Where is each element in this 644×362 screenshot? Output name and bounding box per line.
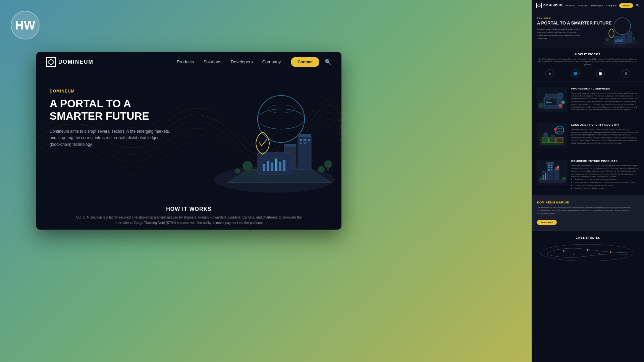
how-it-works-description: Our CTN solution is a highly secured one… [75, 215, 303, 226]
rp-future-products: DOMINEUM FUTURE PRODUCTS Domineum primar… [532, 154, 644, 195]
rp-hiw-icon-2: 🌐 [571, 69, 580, 78]
rp-prof-services-title: PROFESSIONAL SERVICES [571, 87, 639, 90]
svg-rect-14 [304, 142, 306, 144]
svg-point-89 [610, 251, 611, 253]
feature-icons-row: ⊕ 🌐 📋 ⊞ [36, 229, 341, 230]
svg-rect-21 [271, 163, 273, 171]
svg-rect-36 [627, 31, 632, 43]
rp-nav-solutions[interactable]: Solutions [578, 4, 588, 7]
rp-future-products-title: DOMINEUM FUTURE PRODUCTS [571, 160, 639, 163]
svg-rect-77 [554, 169, 559, 181]
main-browser-window: DOMINEUM Products Solutions Developers C… [36, 52, 341, 230]
search-icon[interactable]: 🔍 [325, 59, 331, 65]
svg-rect-73 [548, 167, 550, 168]
svg-point-5 [258, 96, 305, 142]
nav-company[interactable]: Company [262, 59, 281, 64]
svg-point-44 [633, 37, 635, 40]
brand-name: DOMINEUM [58, 59, 94, 65]
nav-links: Products Solutions Developers Company [177, 59, 281, 64]
svg-point-56 [538, 103, 544, 108]
svg-rect-23 [279, 162, 281, 171]
rp-future-list-item-2: Global citizenship application, reportin… [575, 181, 639, 184]
rp-hiw-circle-3: 📋 [596, 69, 605, 78]
rp-prof-services-content: PROFESSIONAL SERVICES Some of our soluti… [571, 87, 639, 111]
rp-land-registry-desc: Domineum delivers bespoke products and s… [571, 128, 639, 145]
svg-rect-61 [544, 134, 548, 138]
rp-future-products-content: DOMINEUM FUTURE PRODUCTS Domineum primar… [571, 160, 639, 190]
svg-point-67 [554, 128, 557, 131]
left-brand-logo: HW [10, 10, 40, 40]
rp-hiw-description: Our CTN solution is a highly secured one… [537, 58, 639, 66]
svg-rect-24 [283, 160, 285, 171]
rp-nav-developers[interactable]: Developers [591, 4, 603, 7]
nav-developers[interactable]: Developers [231, 59, 253, 64]
svg-marker-62 [544, 132, 548, 134]
rp-nav-products[interactable]: Products [566, 4, 575, 7]
svg-rect-74 [551, 167, 552, 168]
rp-how-it-works: HOW IT WORKS Our CTN solution is a highl… [532, 48, 644, 82]
rp-nav-links: Products Solutions Developers Company [566, 4, 616, 7]
nav-products[interactable]: Products [177, 59, 194, 64]
rp-future-list-item-3: Collaboration tools and indexed security… [575, 184, 639, 187]
svg-rect-85 [545, 173, 546, 180]
brand-logo[interactable]: DOMINEUM [46, 57, 94, 67]
svg-point-53 [558, 93, 563, 98]
rp-prof-services-img [537, 87, 567, 112]
svg-point-55 [561, 101, 565, 104]
svg-rect-48 [545, 99, 556, 105]
svg-rect-75 [548, 169, 550, 171]
svg-rect-40 [618, 39, 619, 42]
svg-rect-71 [548, 165, 550, 166]
svg-marker-33 [538, 4, 540, 7]
rp-land-registry-content: LAND AND PROPERTY REGISTRY Domineum deli… [571, 123, 639, 145]
rp-hiw-circle-2: 🌐 [571, 69, 580, 78]
rp-future-products-desc: Domineum primarily focuses on the two pr… [571, 164, 639, 178]
rp-contact-button[interactable]: Contact [619, 3, 633, 8]
rp-hero-illustration [599, 14, 642, 48]
nav-solutions[interactable]: Solutions [203, 59, 221, 64]
svg-rect-26 [247, 169, 249, 174]
rp-future-products-list: A financial identity and income projecti… [571, 178, 639, 190]
rp-future-list-item-4: Networked data and related security. [575, 187, 639, 190]
svg-rect-28 [327, 167, 329, 171]
svg-rect-84 [543, 175, 544, 180]
rp-brand: DOMINEUM [536, 3, 563, 8]
svg-point-54 [558, 104, 562, 108]
svg-point-88 [587, 249, 588, 251]
rp-brand-name: DOMINEUM [543, 4, 563, 7]
rp-hiw-icon-4: ⊞ [622, 69, 630, 78]
rp-future-products-img [537, 160, 567, 185]
svg-point-6 [258, 109, 305, 129]
rp-learn-more-button[interactable]: Learn More [537, 220, 557, 225]
hero-illustration [204, 75, 341, 196]
rp-hiw-title: HOW IT WORKS [537, 53, 639, 56]
hero-content: DOMINEUM A PORTAL TO A SMARTER FUTURE Do… [50, 89, 177, 148]
rp-nav-company[interactable]: Company [606, 4, 616, 7]
svg-text:HW: HW [15, 18, 35, 32]
svg-rect-63 [551, 135, 554, 138]
rp-future-list-item-1: A financial identity and income projecti… [575, 178, 639, 181]
svg-rect-9 [298, 134, 311, 137]
svg-rect-22 [275, 159, 277, 171]
rp-marine-title: DOMINEUM MARINE [537, 201, 639, 204]
svg-rect-20 [267, 161, 269, 171]
svg-rect-76 [551, 169, 552, 171]
rp-land-registry: LAND AND PROPERTY REGISTRY Domineum deli… [532, 118, 644, 154]
contact-button[interactable]: Contact [291, 57, 319, 67]
hero-title: A PORTAL TO A SMARTER FUTURE [50, 98, 177, 122]
svg-rect-16 [284, 144, 296, 146]
hero-tag: DOMINEUM [50, 89, 177, 94]
svg-rect-39 [615, 40, 616, 42]
svg-rect-11 [304, 139, 306, 141]
rp-search-icon[interactable]: 🔍 [636, 4, 640, 7]
svg-rect-72 [551, 165, 552, 166]
hero-description: Domineum aims to disrupt several sectors… [50, 128, 177, 148]
how-it-works-section: HOW IT WORKS Our CTN solution is a highl… [36, 199, 341, 229]
svg-point-29 [235, 168, 240, 174]
svg-point-87 [563, 250, 565, 252]
hero-section: DOMINEUM A PORTAL TO A SMARTER FUTURE Do… [36, 72, 341, 199]
rp-case-studies-title: CASE STUDIES [537, 236, 639, 239]
rp-hiw-icon-1: ⊕ [545, 69, 554, 78]
rp-professional-services: PROFESSIONAL SERVICES Some of our soluti… [532, 82, 644, 118]
svg-rect-83 [557, 166, 559, 168]
